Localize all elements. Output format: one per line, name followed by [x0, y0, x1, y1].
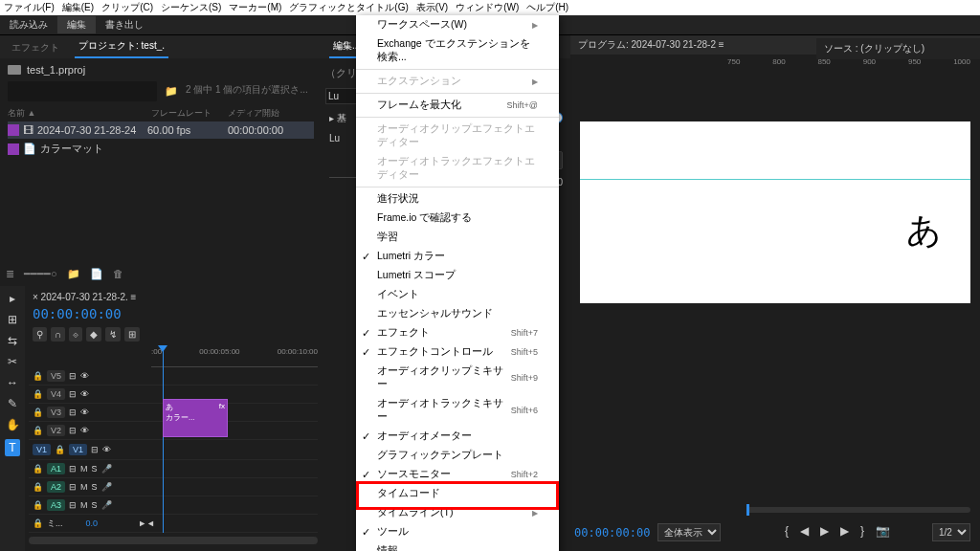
new-item-icon[interactable]: 📄	[90, 268, 103, 280]
trash-icon[interactable]: 🗑	[113, 268, 123, 280]
transport-controls[interactable]: { ◀ ▶ ▶ } 📷	[785, 524, 890, 538]
menu-item: エクステンション▶	[356, 72, 559, 91]
app-menubar[interactable]: ファイル(F)編集(E)クリップ(C)シーケンス(S)マーカー(M)グラフィック…	[0, 0, 980, 15]
menu-item[interactable]: イベント	[356, 285, 559, 304]
highlight-box	[356, 481, 559, 510]
project-footer-icons[interactable]: ≣━━━━○📁📄🗑	[0, 262, 322, 286]
menu-item[interactable]: 情報	[356, 541, 559, 551]
menu-item[interactable]: 進行状況	[356, 189, 559, 209]
razor-icon[interactable]: ✂	[8, 355, 17, 368]
mark-out-icon[interactable]: }	[860, 524, 864, 538]
menu-item[interactable]: Exchange でエクステンションを検索...	[356, 34, 559, 67]
menu-item[interactable]: Lumetri スコープ	[356, 266, 559, 285]
filter-info: 2 個中 1 個の項目が選択さ...	[186, 83, 308, 97]
sequence-icon: 🎞	[23, 124, 33, 136]
zoom-scrollbar[interactable]	[29, 537, 318, 544]
menu-item[interactable]: Frame.io で確認する	[356, 209, 559, 228]
menu-item[interactable]: ワークスペース(W)▶	[356, 15, 559, 34]
menu-item[interactable]: ✓オーディオメーター	[356, 427, 559, 446]
track-a2[interactable]: 🔒A2⊟MS🎤	[29, 478, 318, 496]
menu-item: オーディオトラックエフェクトエディター	[356, 152, 559, 185]
bin-icon	[8, 65, 21, 75]
menu-item[interactable]: オーディオクリップミキサーShift+9	[356, 362, 559, 394]
hand-icon[interactable]: ✋	[6, 418, 20, 431]
play-icon[interactable]: ▶	[820, 524, 829, 538]
project-item[interactable]: 📄カラーマット	[8, 139, 314, 159]
menu-item[interactable]: エッセンシャルサウンド	[356, 304, 559, 323]
type-icon[interactable]: T	[5, 439, 19, 456]
file-icon: 📄	[23, 143, 36, 155]
time-ruler[interactable]: :0000:00:05:0000:00:10:00	[151, 345, 318, 367]
step-back-icon[interactable]: ◀	[800, 524, 809, 538]
slip-icon[interactable]: ↔	[7, 376, 18, 389]
menu-item[interactable]: グラフィックテンプレート	[356, 446, 559, 465]
video-clip[interactable]: あfxカラー...	[163, 399, 228, 437]
timeline-buttons[interactable]: ⚲∩⟐◆↯⊞	[29, 323, 318, 345]
tab-import[interactable]: 読み込み	[0, 16, 57, 33]
sequence-title: × 2024-07-30 21-28-2. ≡	[29, 290, 318, 304]
folder-icon[interactable]: 📁	[165, 85, 178, 98]
tab-export[interactable]: 書き出し	[96, 16, 153, 33]
resolution-select[interactable]: 1/2	[932, 523, 970, 541]
tab-effects[interactable]: エフェクト	[8, 37, 63, 58]
new-bin-icon[interactable]: 📁	[67, 268, 80, 280]
preview-glyph: あ	[906, 208, 942, 254]
pen-icon[interactable]: ✎	[8, 397, 17, 410]
tab-edit[interactable]: 編集	[57, 16, 96, 33]
menu-item[interactable]: フレームを最大化Shift+@	[356, 96, 559, 115]
selection-tool-icon[interactable]: ▸	[10, 292, 15, 305]
program-timecode[interactable]: 00:00:00:00	[574, 526, 650, 540]
track-a3[interactable]: 🔒A3⊟MS🎤	[29, 496, 318, 515]
program-scrubber[interactable]	[746, 507, 970, 513]
tab-project[interactable]: プロジェクト: test_.	[75, 35, 168, 58]
menu-item[interactable]: ✓Lumetri カラー	[356, 247, 559, 266]
playhead[interactable]	[163, 345, 164, 533]
menu-item[interactable]: オーディオトラックミキサーShift+6	[356, 394, 559, 427]
source-panel-title: ソース : (クリップなし)	[816, 38, 980, 59]
menu-item[interactable]: ✓エフェクトコントロールShift+5	[356, 342, 559, 362]
track-v5[interactable]: 🔒V5⊟👁	[29, 367, 318, 386]
menu-item[interactable]: ✓エフェクトShift+7	[356, 323, 559, 342]
track-a1[interactable]: 🔒A1⊟MS🎤	[29, 460, 318, 478]
ripple-icon[interactable]: ⇆	[8, 334, 17, 347]
column-headers[interactable]: 名前 ▲フレームレートメディア開始	[8, 105, 314, 121]
timeline-panel: ▸ ⊞ ⇆ ✂ ↔ ✎ ✋ T × 2024-07-30 21-28-2. ≡ …	[0, 286, 322, 551]
track-mix[interactable]: 🔒ミ...0.0►◄	[29, 515, 318, 533]
project-file: test_1.prproj	[8, 62, 314, 77]
menu-item: オーディオクリップエフェクトエディター	[356, 120, 559, 152]
track-select-icon[interactable]: ⊞	[8, 313, 17, 326]
fit-select[interactable]: 全体表示	[657, 523, 721, 541]
menu-item[interactable]: 学習	[356, 228, 559, 247]
track-v1[interactable]: V1🔒V1⊟👁	[29, 440, 318, 460]
project-item[interactable]: 🎞2024-07-30 21-28-24 60.00 fps 00:00:00:…	[8, 121, 314, 139]
export-frame-icon[interactable]: 📷	[876, 524, 890, 538]
label-swatch	[8, 124, 19, 136]
timeline-tools: ▸ ⊞ ⇆ ✂ ↔ ✎ ✋ T	[0, 286, 25, 551]
mark-in-icon[interactable]: {	[785, 524, 789, 538]
window-menu: ワークスペース(W)▶Exchange でエクステンションを検索...エクステン…	[356, 15, 559, 551]
list-view-icon[interactable]: ≣	[6, 268, 14, 280]
label-swatch	[8, 143, 19, 155]
program-controls: 00:00:00:00 全体表示 1/2	[574, 523, 970, 541]
step-fwd-icon[interactable]: ▶	[840, 524, 849, 538]
search-input[interactable]	[8, 81, 157, 101]
timecode[interactable]: 00:00:00:00	[29, 304, 318, 323]
menu-item[interactable]: ✓ツール	[356, 522, 559, 541]
program-monitor[interactable]: あ	[580, 121, 970, 303]
project-tabs: エフェクト プロジェクト: test_.	[0, 35, 322, 58]
